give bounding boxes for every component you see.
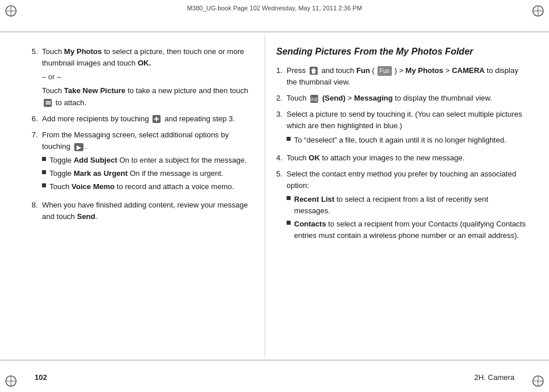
list-content-5: Touch My Photos to select a picture, the… [42, 46, 250, 109]
right-list-item-4: 4. Touch OK to attach your images to the… [276, 152, 526, 164]
right-item2-text: Touch SND (Send) > Messaging to display … [287, 94, 492, 102]
send-icon: SND [310, 94, 319, 103]
item5-text: Touch My Photos to select a picture, the… [42, 47, 244, 67]
list-num-7: 7. [32, 129, 42, 141]
sub-text-7-3: Touch Voice Memo to record and attach a … [49, 181, 234, 193]
right-list-num-4: 4. [276, 152, 287, 164]
bullet-7-2 [42, 170, 46, 174]
list-content-6: Add more recipients by touching and repe… [42, 113, 250, 125]
corner-mark-br [532, 375, 544, 387]
right-item1-text: Press and touch Fun ( Fun ) > My Photos … [287, 66, 518, 86]
content-area: 5. Touch My Photos to select a picture, … [0, 34, 549, 358]
right-sub-item-5-1: Recent List to select a recipient from a… [287, 194, 526, 217]
right-list-content-5: Select the contact entry method you pref… [287, 168, 526, 244]
page-header: M380_UG.book Page 102 Wednesday, May 11,… [35, 5, 514, 11]
page-container: M380_UG.book Page 102 Wednesday, May 11,… [0, 0, 549, 392]
list-content-8: When you have finished adding content, r… [42, 199, 250, 222]
bullet-r5-2 [287, 221, 291, 225]
right-list-item-2: 2. Touch SND (Send) > Messaging to displ… [276, 93, 526, 104]
sub-text-7-1: Toggle Add Subject On to enter a subject… [49, 155, 247, 166]
list-item-6: 6. Add more recipients by touching and r… [32, 113, 250, 125]
right-item5-sublist: Recent List to select a recipient from a… [287, 194, 526, 242]
page-footer: 102 2H. Camera [35, 373, 514, 382]
fun-badge: Fun [378, 66, 392, 76]
right-list-num-1: 1. [276, 65, 287, 76]
list-num-5: 5. [32, 46, 42, 57]
bullet-r5-1 [287, 196, 291, 200]
right-list-content-4: Touch OK to attach your images to the ne… [287, 152, 526, 164]
item7-text: From the Messaging screen, select additi… [42, 130, 228, 151]
corner-mark-tl [5, 5, 17, 17]
plus-icon [152, 114, 161, 124]
list-item-7: 7. From the Messaging screen, select add… [32, 129, 250, 195]
right-item5-text: Select the contact entry method you pref… [287, 170, 516, 190]
item7-sublist: Toggle Add Subject On to enter a subject… [42, 155, 250, 193]
right-sub-item-5-2: Contacts to select a recipient from your… [287, 218, 526, 241]
right-list-num-5: 5. [276, 168, 287, 180]
right-list-num-3: 3. [276, 109, 287, 120]
svg-text:✉: ✉ [45, 99, 51, 106]
right-sub-text-5-2: Contacts to select a recipient from your… [294, 218, 526, 241]
bottom-border [0, 360, 549, 360]
right-sub-text-3-1: To “deselect” a file, touch it again unt… [294, 134, 506, 146]
top-border [0, 32, 549, 32]
right-sub-item-3-1: To “deselect” a file, touch it again unt… [287, 134, 526, 146]
svg-text:SND: SND [310, 97, 319, 102]
attach-icon: ✉ [43, 98, 52, 107]
options-icon: ▶ [74, 143, 84, 152]
sub-text-7-2: Toggle Mark as Urgent On if the message … [49, 168, 223, 179]
right-sub-text-5-1: Recent List to select a recipient from a… [294, 194, 526, 217]
left-column: 5. Touch My Photos to select a picture, … [0, 34, 265, 358]
right-list-num-2: 2. [276, 93, 287, 104]
corner-mark-tr [532, 5, 544, 17]
home-icon [309, 66, 318, 75]
bullet-7-3 [42, 183, 46, 187]
header-text: M380_UG.book Page 102 Wednesday, May 11,… [187, 5, 362, 11]
sub-item-7-2: Toggle Mark as Urgent On if the message … [42, 168, 250, 179]
list-num-6: 6. [32, 113, 42, 125]
or-line: – or – [42, 71, 250, 83]
page-number: 102 [35, 373, 47, 382]
right-list-item-5: 5. Select the contact entry method you p… [276, 168, 526, 244]
bullet-r3-1 [287, 137, 291, 141]
right-list-content-2: Touch SND (Send) > Messaging to display … [287, 93, 526, 104]
sub-item-7-1: Toggle Add Subject On to enter a subject… [42, 155, 250, 166]
item8-text: When you have finished adding content, r… [42, 201, 248, 221]
list-item-5: 5. Touch My Photos to select a picture, … [32, 46, 250, 109]
right-list-content-1: Press and touch Fun ( Fun ) > My Photos … [287, 65, 526, 88]
svg-text:▶: ▶ [77, 144, 82, 151]
corner-mark-bl [5, 375, 17, 387]
right-column: Sending Pictures From the My Photos Fold… [265, 34, 549, 358]
right-list-item-3: 3. Select a picture to send by touching … [276, 109, 526, 147]
section-heading: Sending Pictures From the My Photos Fold… [276, 46, 526, 58]
bullet-7-1 [42, 157, 46, 161]
right-item3-text: Select a picture to send by touching it.… [287, 110, 522, 130]
sub-item-7-3: Touch Voice Memo to record and attach a … [42, 181, 250, 193]
right-list-item-1: 1. Press and touch Fun ( Fun ) > My Phot… [276, 65, 526, 88]
item5-continuation: Touch Take New Picture to take a new pic… [42, 86, 248, 106]
list-num-8: 8. [32, 199, 42, 211]
right-list-content-3: Select a picture to send by touching it.… [287, 109, 526, 147]
list-item-8: 8. When you have finished adding content… [32, 199, 250, 222]
right-item4-text: Touch OK to attach your images to the ne… [287, 153, 464, 162]
footer-chapter: 2H. Camera [474, 373, 514, 382]
list-content-7: From the Messaging screen, select additi… [42, 129, 250, 195]
right-item3-sublist: To “deselect” a file, touch it again unt… [287, 134, 526, 146]
item6-text: Add more recipients by touching and repe… [42, 114, 235, 123]
